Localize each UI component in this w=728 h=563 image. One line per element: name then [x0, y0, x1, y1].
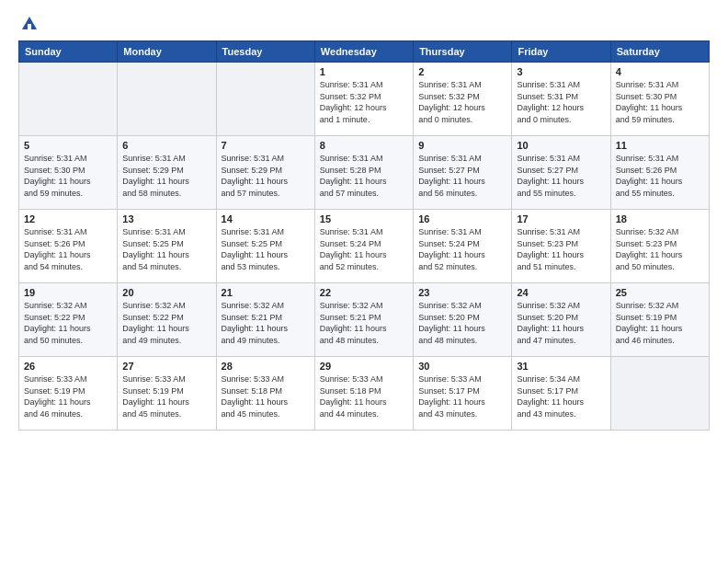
calendar-cell: 18Sunrise: 5:32 AM Sunset: 5:23 PM Dayli… — [610, 210, 709, 283]
logo-icon — [20, 15, 39, 33]
cell-daylight-info: Sunrise: 5:31 AM Sunset: 5:24 PM Dayligh… — [418, 226, 506, 272]
cell-daylight-info: Sunrise: 5:33 AM Sunset: 5:18 PM Dayligh… — [222, 373, 310, 419]
calendar-cell: 20Sunrise: 5:32 AM Sunset: 5:22 PM Dayli… — [118, 283, 216, 357]
calendar-cell: 17Sunrise: 5:31 AM Sunset: 5:23 PM Dayli… — [512, 210, 610, 283]
weekday-header-saturday: Saturday — [610, 41, 709, 63]
calendar-cell: 13Sunrise: 5:31 AM Sunset: 5:25 PM Dayli… — [118, 210, 216, 283]
calendar-cell: 8Sunrise: 5:31 AM Sunset: 5:28 PM Daylig… — [314, 136, 413, 210]
cell-day-number: 31 — [517, 361, 605, 372]
weekday-header-friday: Friday — [512, 41, 610, 63]
cell-daylight-info: Sunrise: 5:32 AM Sunset: 5:21 PM Dayligh… — [222, 300, 310, 346]
cell-daylight-info: Sunrise: 5:31 AM Sunset: 5:30 PM Dayligh… — [24, 153, 112, 199]
cell-day-number: 6 — [122, 140, 210, 151]
cell-day-number: 7 — [222, 140, 310, 151]
cell-day-number: 3 — [517, 66, 605, 77]
cell-day-number: 13 — [122, 213, 210, 224]
weekday-header-tuesday: Tuesday — [216, 41, 314, 63]
cell-daylight-info: Sunrise: 5:32 AM Sunset: 5:22 PM Dayligh… — [122, 300, 210, 346]
cell-daylight-info: Sunrise: 5:32 AM Sunset: 5:20 PM Dayligh… — [517, 300, 605, 346]
cell-day-number: 15 — [320, 213, 408, 224]
cell-day-number: 5 — [24, 140, 112, 151]
calendar-cell: 22Sunrise: 5:32 AM Sunset: 5:21 PM Dayli… — [314, 283, 413, 357]
calendar-cell — [118, 63, 216, 136]
calendar-cell: 23Sunrise: 5:32 AM Sunset: 5:20 PM Dayli… — [414, 283, 512, 357]
calendar-cell: 6Sunrise: 5:31 AM Sunset: 5:29 PM Daylig… — [118, 136, 216, 210]
calendar-cell: 24Sunrise: 5:32 AM Sunset: 5:20 PM Dayli… — [512, 283, 610, 357]
cell-daylight-info: Sunrise: 5:31 AM Sunset: 5:24 PM Dayligh… — [320, 226, 408, 272]
header — [18, 15, 710, 33]
calendar-cell: 15Sunrise: 5:31 AM Sunset: 5:24 PM Dayli… — [314, 210, 413, 283]
cell-day-number: 16 — [418, 213, 506, 224]
calendar-week-2: 5Sunrise: 5:31 AM Sunset: 5:30 PM Daylig… — [19, 136, 710, 210]
cell-daylight-info: Sunrise: 5:31 AM Sunset: 5:32 PM Dayligh… — [418, 79, 506, 125]
cell-day-number: 11 — [616, 140, 704, 151]
cell-daylight-info: Sunrise: 5:31 AM Sunset: 5:26 PM Dayligh… — [24, 226, 112, 272]
calendar-cell: 16Sunrise: 5:31 AM Sunset: 5:24 PM Dayli… — [414, 210, 512, 283]
weekday-header-sunday: Sunday — [19, 41, 118, 63]
calendar-cell: 11Sunrise: 5:31 AM Sunset: 5:26 PM Dayli… — [610, 136, 709, 210]
cell-daylight-info: Sunrise: 5:32 AM Sunset: 5:22 PM Dayligh… — [24, 300, 112, 346]
cell-daylight-info: Sunrise: 5:31 AM Sunset: 5:25 PM Dayligh… — [222, 226, 310, 272]
cell-day-number: 24 — [517, 287, 605, 298]
cell-day-number: 9 — [418, 140, 506, 151]
cell-day-number: 8 — [320, 140, 408, 151]
cell-daylight-info: Sunrise: 5:31 AM Sunset: 5:29 PM Dayligh… — [222, 153, 310, 199]
cell-day-number: 4 — [616, 66, 704, 77]
calendar-cell: 21Sunrise: 5:32 AM Sunset: 5:21 PM Dayli… — [216, 283, 314, 357]
cell-daylight-info: Sunrise: 5:33 AM Sunset: 5:19 PM Dayligh… — [122, 373, 210, 419]
calendar-cell: 3Sunrise: 5:31 AM Sunset: 5:31 PM Daylig… — [512, 63, 610, 136]
calendar-cell: 5Sunrise: 5:31 AM Sunset: 5:30 PM Daylig… — [19, 136, 118, 210]
calendar-week-4: 19Sunrise: 5:32 AM Sunset: 5:22 PM Dayli… — [19, 283, 710, 357]
logo — [18, 15, 39, 33]
calendar-week-5: 26Sunrise: 5:33 AM Sunset: 5:19 PM Dayli… — [19, 357, 710, 431]
calendar-cell: 1Sunrise: 5:31 AM Sunset: 5:32 PM Daylig… — [314, 63, 413, 136]
cell-day-number: 2 — [418, 66, 506, 77]
cell-daylight-info: Sunrise: 5:32 AM Sunset: 5:20 PM Dayligh… — [418, 300, 506, 346]
cell-day-number: 17 — [517, 213, 605, 224]
cell-daylight-info: Sunrise: 5:33 AM Sunset: 5:19 PM Dayligh… — [24, 373, 112, 419]
calendar-cell: 10Sunrise: 5:31 AM Sunset: 5:27 PM Dayli… — [512, 136, 610, 210]
cell-daylight-info: Sunrise: 5:31 AM Sunset: 5:31 PM Dayligh… — [517, 79, 605, 125]
cell-daylight-info: Sunrise: 5:33 AM Sunset: 5:17 PM Dayligh… — [418, 373, 506, 419]
calendar-cell: 19Sunrise: 5:32 AM Sunset: 5:22 PM Dayli… — [19, 283, 118, 357]
calendar-cell: 26Sunrise: 5:33 AM Sunset: 5:19 PM Dayli… — [19, 357, 118, 431]
cell-daylight-info: Sunrise: 5:31 AM Sunset: 5:29 PM Dayligh… — [122, 153, 210, 199]
calendar-cell: 30Sunrise: 5:33 AM Sunset: 5:17 PM Dayli… — [414, 357, 512, 431]
cell-day-number: 14 — [222, 213, 310, 224]
cell-daylight-info: Sunrise: 5:31 AM Sunset: 5:28 PM Dayligh… — [320, 153, 408, 199]
weekday-header-wednesday: Wednesday — [314, 41, 413, 63]
cell-daylight-info: Sunrise: 5:31 AM Sunset: 5:25 PM Dayligh… — [122, 226, 210, 272]
calendar-table: SundayMondayTuesdayWednesdayThursdayFrid… — [18, 40, 710, 431]
cell-day-number: 21 — [222, 287, 310, 298]
cell-day-number: 29 — [320, 361, 408, 372]
cell-day-number: 28 — [222, 361, 310, 372]
cell-daylight-info: Sunrise: 5:34 AM Sunset: 5:17 PM Dayligh… — [517, 373, 605, 419]
cell-day-number: 23 — [418, 287, 506, 298]
calendar-cell: 7Sunrise: 5:31 AM Sunset: 5:29 PM Daylig… — [216, 136, 314, 210]
cell-daylight-info: Sunrise: 5:31 AM Sunset: 5:32 PM Dayligh… — [320, 79, 408, 125]
calendar-cell — [19, 63, 118, 136]
cell-day-number: 25 — [616, 287, 704, 298]
cell-daylight-info: Sunrise: 5:32 AM Sunset: 5:19 PM Dayligh… — [616, 300, 704, 346]
calendar-cell — [216, 63, 314, 136]
calendar-cell: 12Sunrise: 5:31 AM Sunset: 5:26 PM Dayli… — [19, 210, 118, 283]
svg-rect-1 — [28, 24, 31, 29]
cell-day-number: 10 — [517, 140, 605, 151]
calendar-cell — [610, 357, 709, 431]
cell-daylight-info: Sunrise: 5:31 AM Sunset: 5:30 PM Dayligh… — [616, 79, 704, 125]
calendar-week-1: 1Sunrise: 5:31 AM Sunset: 5:32 PM Daylig… — [19, 63, 710, 136]
cell-day-number: 30 — [418, 361, 506, 372]
cell-daylight-info: Sunrise: 5:33 AM Sunset: 5:18 PM Dayligh… — [320, 373, 408, 419]
cell-day-number: 22 — [320, 287, 408, 298]
calendar-cell: 25Sunrise: 5:32 AM Sunset: 5:19 PM Dayli… — [610, 283, 709, 357]
cell-daylight-info: Sunrise: 5:31 AM Sunset: 5:26 PM Dayligh… — [616, 153, 704, 199]
calendar-cell: 4Sunrise: 5:31 AM Sunset: 5:30 PM Daylig… — [610, 63, 709, 136]
cell-day-number: 12 — [24, 213, 112, 224]
cell-day-number: 27 — [122, 361, 210, 372]
cell-daylight-info: Sunrise: 5:32 AM Sunset: 5:21 PM Dayligh… — [320, 300, 408, 346]
cell-day-number: 18 — [616, 213, 704, 224]
weekday-header-thursday: Thursday — [414, 41, 512, 63]
cell-daylight-info: Sunrise: 5:31 AM Sunset: 5:23 PM Dayligh… — [517, 226, 605, 272]
calendar-cell: 9Sunrise: 5:31 AM Sunset: 5:27 PM Daylig… — [414, 136, 512, 210]
cell-day-number: 1 — [320, 66, 408, 77]
